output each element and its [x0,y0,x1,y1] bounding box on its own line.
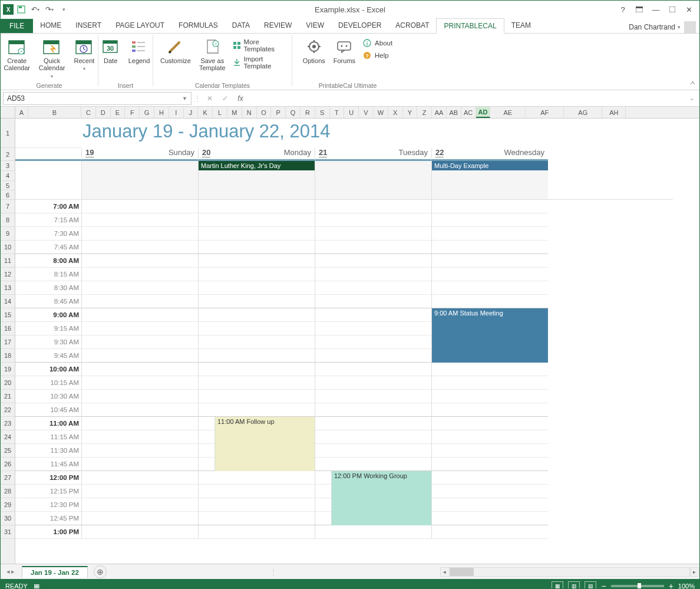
help-button[interactable]: ? [615,3,631,16]
help-ribbon-button[interactable]: ? Help [359,50,396,61]
tab-insert[interactable]: INSERT [68,18,108,33]
column-header-A[interactable]: A [15,107,28,118]
recent-button[interactable]: Recent▾ [71,35,97,80]
tab-team[interactable]: TEAM [504,18,538,33]
column-header-O[interactable]: O [257,107,272,118]
scroll-right-button[interactable]: ▸ [690,567,699,577]
row-header-12[interactable]: 12 [1,268,15,281]
import-template-button[interactable]: Import Template [229,54,288,71]
row-header-24[interactable]: 24 [1,430,15,444]
calendar-event[interactable]: 12:00 PM Working Group [331,471,431,525]
row-header-14[interactable]: 14 [1,295,15,308]
more-templates-button[interactable]: More Templates [229,37,288,54]
column-header-J[interactable]: J [184,107,199,118]
macro-record-icon[interactable]: ▦ [34,583,39,590]
minimize-button[interactable]: — [648,3,664,16]
row-header-22[interactable]: 22 [1,403,15,417]
scroll-left-button[interactable]: ◂ [440,567,450,577]
row-header-10[interactable]: 10 [1,241,15,254]
column-header-X[interactable]: X [388,107,403,118]
row-header-13[interactable]: 13 [1,281,15,295]
tab-acrobat[interactable]: ACROBAT [388,18,436,33]
column-header-G[interactable]: G [140,107,154,118]
options-button[interactable]: Options [299,35,329,64]
row-header-25[interactable]: 25 [1,444,15,458]
quick-calendar-button[interactable]: Quick Calendar ▾ [34,35,70,80]
row-header-17[interactable]: 17 [1,335,15,349]
column-header-L[interactable]: L [213,107,227,118]
row-header-20[interactable]: 20 [1,376,15,390]
column-header-T[interactable]: T [330,107,345,118]
row-header-15[interactable]: 15 [1,308,15,322]
forums-button[interactable]: Forums [330,35,359,64]
column-header-C[interactable]: C [81,107,96,118]
column-header-W[interactable]: W [374,107,388,118]
date-button[interactable]: 30 Date [98,35,124,64]
tab-data[interactable]: DATA [225,18,257,33]
formula-input[interactable] [249,92,684,105]
column-header-K[interactable]: K [198,107,213,118]
row-header-1[interactable]: 1 [1,119,15,148]
row-header-26[interactable]: 26 [1,458,15,471]
row-header-18[interactable]: 18 [1,349,15,363]
column-header-M[interactable]: M [227,107,242,118]
expand-formula-bar-button[interactable]: ⌄ [686,95,697,101]
tab-formulas[interactable]: FORMULAS [171,18,225,33]
column-header-Y[interactable]: Y [403,107,418,118]
row-header-19[interactable]: 19 [1,363,15,376]
qat-customize-button[interactable]: ▾ [57,3,70,16]
row-header-2[interactable]: 2 [1,148,15,161]
collapse-ribbon-button[interactable]: ㅅ [689,78,696,87]
column-header-U[interactable]: U [344,107,359,118]
column-header-F[interactable]: F [125,107,140,118]
column-header-AB[interactable]: AB [447,107,461,118]
calendar-event[interactable]: 9:00 AM Status Meeting [431,308,548,363]
column-header-H[interactable]: H [154,107,169,118]
row-header-27[interactable]: 27 [1,471,15,485]
row-header-8[interactable]: 8 [1,213,15,227]
qat-redo-button[interactable]: ↷▾ [43,3,56,16]
row-header-28[interactable]: 28 [1,485,15,498]
column-header-B[interactable]: B [28,107,81,118]
row-header-23[interactable]: 23 [1,417,15,430]
horizontal-scrollbar[interactable]: ◂ ▸ [440,567,699,577]
enter-formula-button[interactable]: ✓ [219,92,232,105]
column-header-Q[interactable]: Q [286,107,301,118]
zoom-level-label[interactable]: 100% [678,583,695,589]
save-as-template-button[interactable]: + Save as Template [196,35,229,71]
calendar-event[interactable]: 11:00 AM Follow up [214,417,315,471]
zoom-out-button[interactable]: − [601,581,606,589]
column-header-AE[interactable]: AE [490,107,526,118]
grid-body[interactable]: January 19 - January 22, 2014 19Sunday20… [15,119,699,539]
column-header-AC[interactable]: AC [461,107,476,118]
tab-view[interactable]: VIEW [299,18,331,33]
sheet-nav-last[interactable]: ▸ [11,568,15,575]
sheet-nav-first[interactable]: ◂ [6,568,10,575]
qat-save-button[interactable] [15,3,28,16]
column-header-V[interactable]: V [359,107,374,118]
row-header-6[interactable]: 6 [1,190,15,200]
tab-developer[interactable]: DEVELOPER [331,18,388,33]
row-header-30[interactable]: 30 [1,512,15,525]
column-header-P[interactable]: P [271,107,286,118]
name-box[interactable]: AD53 ▼ [3,92,191,105]
row-header-5[interactable]: 5 [1,181,15,190]
column-header-AA[interactable]: AA [432,107,447,118]
create-calendar-button[interactable]: + Create Calendar [1,35,33,80]
column-header-R[interactable]: R [301,107,315,118]
user-account-label[interactable]: Dan Chartrand ▾ [625,23,684,31]
column-header-AH[interactable]: AH [602,107,626,118]
file-tab[interactable]: FILE [1,19,33,33]
avatar[interactable] [684,21,696,33]
column-header-E[interactable]: E [111,107,126,118]
column-header-AG[interactable]: AG [564,107,602,118]
all-day-event[interactable]: Martin Luther King, Jr's Day [199,161,315,170]
column-header-N[interactable]: N [242,107,257,118]
page-layout-view-button[interactable]: ▥ [568,581,580,589]
about-button[interactable]: i About [359,37,396,49]
tab-home[interactable]: HOME [33,18,68,33]
row-header-31[interactable]: 31 [1,525,15,539]
page-break-view-button[interactable]: ▤ [585,581,596,589]
row-header-29[interactable]: 29 [1,498,15,512]
sheet-tab-active[interactable]: Jan 19 - Jan 22 [22,566,88,578]
